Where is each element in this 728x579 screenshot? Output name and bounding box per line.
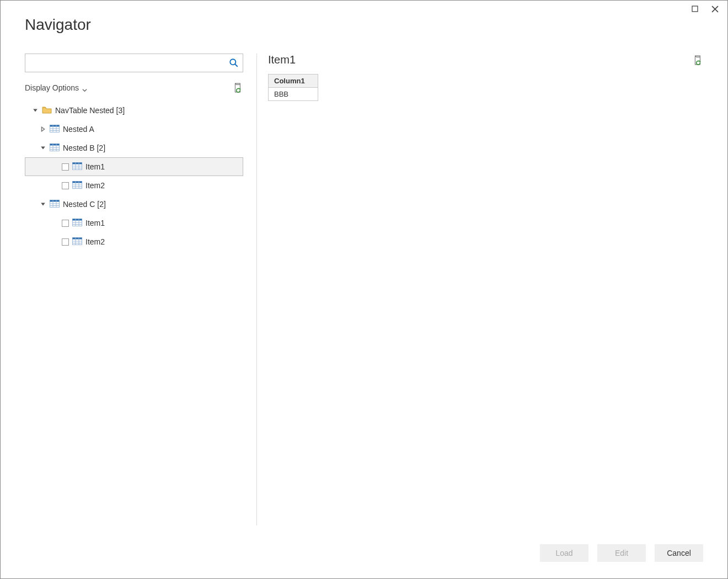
table-icon	[72, 237, 82, 246]
table-icon	[50, 144, 60, 152]
preview-column-header[interactable]: Column1	[269, 75, 318, 88]
svg-rect-10	[50, 144, 60, 146]
tree-node-nested-c[interactable]: Nested C [2]	[25, 195, 243, 214]
refresh-preview-icon[interactable]	[693, 55, 703, 65]
dialog-title: Navigator	[25, 16, 91, 34]
display-options-dropdown[interactable]: Display Options	[25, 83, 87, 92]
tree-checkbox[interactable]	[62, 182, 69, 189]
tree-label: Nested B [2]	[63, 144, 105, 152]
preview-cell: BBB	[269, 88, 318, 101]
chevron-down-icon	[82, 86, 87, 91]
search-input[interactable]	[25, 54, 243, 72]
expander-icon[interactable]	[40, 201, 46, 208]
svg-point-1	[230, 59, 235, 65]
tree-node-nested-b-item1[interactable]: Item1	[25, 157, 243, 176]
tree-label: NavTable Nested [3]	[55, 106, 125, 115]
maximize-icon	[692, 6, 698, 12]
tree-label: Item1	[85, 162, 105, 171]
navigator-left-pane: Display Options	[25, 54, 256, 525]
tree-checkbox[interactable]	[62, 163, 69, 171]
table-icon	[50, 125, 60, 134]
table-icon	[72, 162, 82, 171]
tree-checkbox[interactable]	[62, 238, 69, 246]
cancel-button[interactable]: Cancel	[655, 544, 703, 562]
pane-divider	[256, 54, 257, 525]
svg-rect-40	[73, 238, 82, 240]
preview-row[interactable]: BBB	[269, 88, 318, 101]
tree-checkbox[interactable]	[62, 220, 69, 227]
folder-icon	[42, 106, 52, 115]
expander-icon[interactable]	[40, 145, 46, 151]
preview-table: Column1 BBB	[268, 74, 318, 101]
tree-label: Item2	[85, 237, 105, 246]
refresh-left-icon[interactable]	[233, 83, 243, 93]
table-icon	[72, 219, 82, 227]
tree-label: Nested C [2]	[63, 200, 106, 209]
display-options-label: Display Options	[25, 83, 79, 92]
table-icon	[50, 200, 60, 209]
tree-node-nested-c-item2[interactable]: Item2	[25, 232, 243, 251]
tree-label: Nested A	[63, 125, 94, 134]
expander-icon[interactable]	[32, 107, 39, 114]
nav-tree: NavTable Nested [3] Nested A Nested B [2…	[25, 101, 243, 251]
tree-node-nested-a[interactable]: Nested A	[25, 120, 243, 139]
svg-rect-22	[73, 182, 82, 183]
svg-line-2	[235, 64, 238, 67]
tree-label: Item2	[85, 181, 105, 190]
svg-rect-28	[50, 200, 60, 202]
svg-rect-34	[73, 219, 82, 221]
svg-rect-16	[73, 163, 82, 164]
edit-button[interactable]: Edit	[597, 544, 646, 562]
close-icon	[711, 6, 719, 13]
preview-title: Item1	[268, 54, 296, 66]
svg-rect-4	[50, 125, 60, 127]
tree-node-nested-b-item2[interactable]: Item2	[25, 176, 243, 195]
search-icon[interactable]	[229, 58, 239, 68]
tree-node-nested-b[interactable]: Nested B [2]	[25, 139, 243, 157]
svg-rect-0	[692, 6, 698, 12]
maximize-button[interactable]	[690, 4, 700, 14]
load-button[interactable]: Load	[540, 544, 588, 562]
tree-node-nested-c-item1[interactable]: Item1	[25, 214, 243, 232]
expander-collapsed-icon[interactable]	[40, 126, 46, 132]
tree-node-root[interactable]: NavTable Nested [3]	[25, 101, 243, 120]
table-icon	[72, 181, 82, 190]
preview-pane: Item1 Column1 BBB	[268, 54, 703, 525]
tree-label: Item1	[85, 219, 105, 227]
close-button[interactable]	[710, 4, 720, 14]
